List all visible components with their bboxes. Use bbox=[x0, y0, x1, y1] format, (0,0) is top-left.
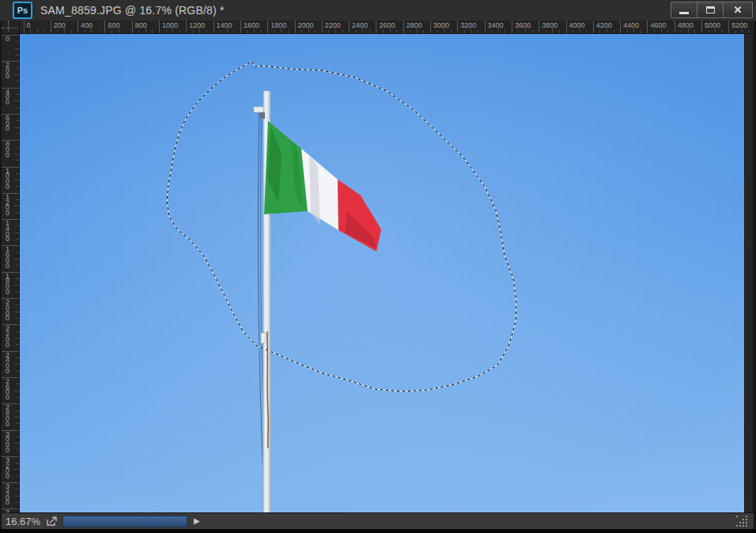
canvas-scene bbox=[20, 34, 744, 512]
image-canvas[interactable] bbox=[20, 34, 744, 512]
zoom-level-field[interactable]: 16.67% bbox=[6, 516, 40, 527]
ruler-vertical[interactable]: 02 0 04 0 06 0 08 0 01 0 0 01 2 0 01 4 0… bbox=[2, 34, 20, 512]
document-title: SAM_8859.JPG @ 16.7% (RGB/8) * bbox=[40, 4, 225, 17]
window-border bbox=[0, 529, 756, 533]
vertical-scrollbar[interactable] bbox=[744, 34, 754, 512]
sky-glow bbox=[20, 34, 744, 512]
status-popup-arrow[interactable]: ▶ bbox=[191, 515, 203, 527]
ruler-origin-box[interactable] bbox=[2, 21, 20, 34]
minimize-icon bbox=[679, 12, 689, 14]
close-icon: ✕ bbox=[734, 4, 743, 16]
close-button[interactable]: ✕ bbox=[723, 2, 753, 18]
maximize-icon bbox=[706, 6, 715, 13]
ruler-horizontal[interactable]: 0200400600800100012001400160018002000220… bbox=[20, 21, 754, 34]
maximize-button[interactable] bbox=[697, 2, 724, 18]
window-border bbox=[0, 21, 2, 529]
document-status-field[interactable] bbox=[62, 516, 187, 527]
flagpole-pulley bbox=[260, 112, 265, 119]
window-controls: ✕ bbox=[671, 2, 753, 18]
titlebar[interactable]: Ps SAM_8859.JPG @ 16.7% (RGB/8) * ✕ bbox=[0, 0, 756, 21]
flagpole-bracket bbox=[254, 107, 263, 112]
photoshop-app-icon: Ps bbox=[13, 2, 32, 19]
rope-cleat bbox=[261, 333, 266, 343]
photoshop-document-window: Ps SAM_8859.JPG @ 16.7% (RGB/8) * ✕ 0200… bbox=[0, 0, 756, 533]
minimize-button[interactable] bbox=[671, 2, 697, 18]
window-resize-grip[interactable] bbox=[736, 516, 749, 527]
export-arrow-icon bbox=[45, 516, 59, 527]
status-bar: 16.67% ▶ bbox=[2, 512, 754, 529]
